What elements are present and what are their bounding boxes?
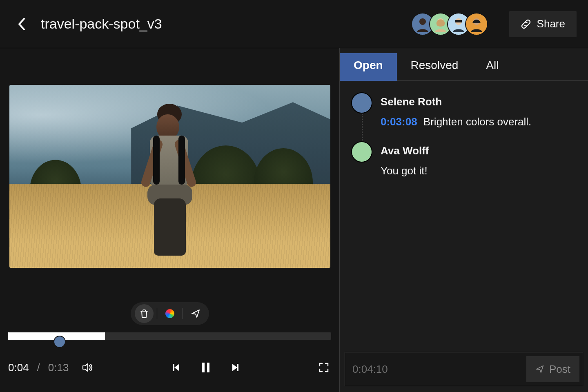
annotation-toolbar <box>131 302 209 325</box>
svg-rect-7 <box>237 364 238 371</box>
composer-input[interactable] <box>393 363 521 375</box>
tab-all[interactable]: All <box>472 53 512 81</box>
paper-plane-icon <box>535 365 544 374</box>
back-button[interactable] <box>11 14 31 34</box>
comments-panel: Open Resolved All Selene Roth 0:03:08 Br… <box>340 48 588 392</box>
post-label: Post <box>549 363 570 376</box>
send-annotation-button[interactable] <box>186 304 205 323</box>
delete-annotation-button[interactable] <box>135 304 154 323</box>
main: 0:04 / 0:13 <box>0 48 588 392</box>
time-current: 0:04 <box>8 361 29 374</box>
comment-avatar <box>351 92 372 114</box>
step-back-button[interactable] <box>170 360 185 375</box>
comment-author: Selene Roth <box>381 94 577 110</box>
trash-icon <box>140 309 149 318</box>
comment-text: Brighten colors overall. <box>423 116 531 128</box>
volume-icon <box>81 361 94 374</box>
fullscreen-button[interactable] <box>316 360 331 375</box>
share-label: Share <box>537 18 565 30</box>
collaborator-avatars[interactable] <box>411 13 488 36</box>
svg-rect-5 <box>202 363 205 372</box>
time-duration: 0:13 <box>48 361 69 374</box>
scrubber[interactable] <box>8 332 331 340</box>
video-area: 0:04 / 0:13 <box>0 48 340 392</box>
comment[interactable]: Ava Wolff You got it! <box>351 141 577 179</box>
transport-bar: 0:04 / 0:13 <box>8 350 331 385</box>
file-title: travel-pack-spot_v3 <box>41 16 162 32</box>
svg-point-0 <box>419 18 426 25</box>
scrubber-comment-marker[interactable] <box>53 336 66 348</box>
tab-open[interactable]: Open <box>340 53 397 81</box>
header: travel-pack-spot_v3 Share <box>0 0 588 48</box>
comment[interactable]: Selene Roth 0:03:08 Brighten colors over… <box>351 92 577 130</box>
post-button[interactable]: Post <box>526 356 579 382</box>
color-picker-button[interactable] <box>160 304 179 323</box>
fullscreen-icon <box>318 362 330 373</box>
paper-plane-icon <box>191 309 200 318</box>
link-icon <box>521 19 531 29</box>
step-forward-icon <box>229 362 240 373</box>
time-separator: / <box>37 361 40 374</box>
comment-author: Ava Wolff <box>381 143 577 159</box>
comment-tabs: Open Resolved All <box>340 48 588 81</box>
svg-rect-6 <box>207 363 209 372</box>
composer-timestamp: 0:04:10 <box>352 363 388 376</box>
comment-list: Selene Roth 0:03:08 Brighten colors over… <box>340 81 588 352</box>
comment-avatar <box>351 141 372 163</box>
svg-rect-4 <box>173 364 174 371</box>
tab-resolved[interactable]: Resolved <box>397 53 472 81</box>
pause-icon <box>201 362 211 373</box>
step-forward-button[interactable] <box>227 360 242 375</box>
thread-line <box>362 114 363 141</box>
share-button[interactable]: Share <box>509 11 577 37</box>
comment-text: You got it! <box>381 165 428 177</box>
comment-timestamp[interactable]: 0:03:08 <box>381 116 417 128</box>
comment-composer[interactable]: 0:04:10 Post <box>345 352 583 386</box>
pause-button[interactable] <box>198 360 213 375</box>
color-wheel-icon <box>165 309 174 318</box>
volume-button[interactable] <box>80 360 95 375</box>
chevron-left-icon <box>17 17 26 31</box>
video-frame[interactable] <box>9 85 330 268</box>
avatar[interactable] <box>465 13 488 36</box>
step-back-icon <box>172 362 183 373</box>
